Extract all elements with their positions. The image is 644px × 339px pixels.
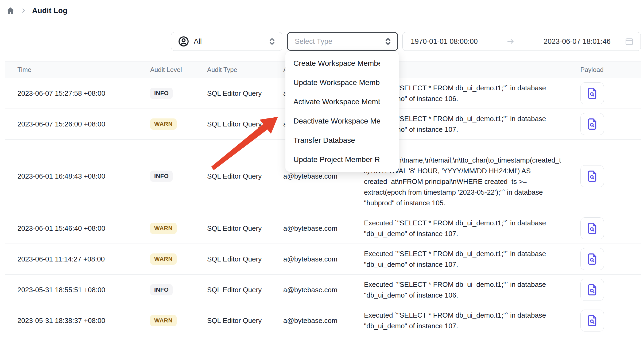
type-filter-placeholder: Select Type [295,37,383,46]
cell-time: 2023-06-01 11:14:27 +08:00 [5,255,150,263]
table-row: 2023-06-01 15:46:40 +08:00 WARN SQL Edit… [5,213,641,244]
column-header-audit-level: Audit Level [150,66,207,74]
date-range-start: 1970-01-01 08:00:00 [411,37,478,46]
view-payload-button[interactable] [580,113,604,135]
view-payload-button[interactable] [580,217,604,239]
menu-item-create-workspace-member[interactable]: Create Workspace Member [285,54,399,73]
cell-comment: Executed `"SELECT * FROM db_ui_demo.t1;"… [364,310,562,331]
menu-item-deactivate-workspace-member[interactable]: Deactivate Workspace Member [285,111,399,131]
cell-actor: a@bytebase.com [283,255,364,263]
menu-item-update-project-member[interactable]: Update Project Member Role [285,150,399,169]
status-badge: INFO [150,284,173,295]
cell-time: 2023-06-01 15:46:40 +08:00 [5,224,150,233]
cell-audit-type: SQL Editor Query [207,255,283,263]
file-search-icon [586,222,598,234]
view-payload-button[interactable] [580,279,604,301]
cell-actor: a@bytebase.com [283,286,364,294]
file-search-icon [586,284,598,296]
cell-comment: Executed `"SELECT * FROM db_ui_demo.t1;"… [364,248,562,270]
cell-audit-type: SQL Editor Query [207,120,283,128]
type-filter-select[interactable]: Select Type [287,32,398,51]
cell-audit-type: SQL Editor Query [207,317,283,325]
status-badge: WARN [150,223,177,234]
cell-time: 2023-06-01 16:48:43 +08:00 [5,172,150,180]
file-search-icon [586,87,598,99]
table-row: 2023-06-01 11:14:27 +08:00 WARN SQL Edit… [5,244,641,275]
cell-actor: a@bytebase.com [283,317,364,325]
column-header-audit-type: Audit Type [207,66,283,74]
table-row: 2023-05-31 18:38:37 +08:00 WARN SQL Edit… [5,305,641,336]
view-payload-button[interactable] [580,82,604,104]
status-badge: INFO [150,171,173,182]
cell-audit-type: SQL Editor Query [207,286,283,294]
chevron-right-icon [20,7,27,14]
cell-actor: a@bytebase.com [283,172,364,180]
menu-item-activate-workspace-member[interactable]: Activate Workspace Member [285,92,399,111]
cell-time: 2023-06-07 15:26:00 +08:00 [5,120,150,128]
chevrons-up-down-icon [383,37,393,46]
menu-item-transfer-database[interactable]: Transfer Database [285,131,399,150]
cell-audit-type: SQL Editor Query [207,89,283,98]
file-search-icon [586,118,598,130]
actor-filter-select[interactable]: All [171,32,282,51]
menu-item-update-workspace-member[interactable]: Update Workspace Member [285,73,399,92]
cell-audit-type: SQL Editor Query [207,224,283,233]
cell-time: 2023-06-07 15:27:58 +08:00 [5,89,150,98]
status-badge: WARN [150,253,177,265]
cell-time: 2023-05-31 18:38:37 +08:00 [5,317,150,325]
cell-time: 2023-05-31 18:55:51 +08:00 [5,286,150,294]
cell-comment: Executed `"SELECT * FROM db_ui_demo.t1;"… [364,279,562,301]
status-badge: INFO [150,88,173,99]
status-badge: WARN [150,118,177,130]
view-payload-button[interactable] [580,248,604,270]
file-search-icon [586,170,598,182]
cell-audit-type: SQL Editor Query [207,172,283,180]
view-payload-button[interactable] [580,165,604,187]
home-icon[interactable] [6,6,15,15]
arrow-right-icon [506,37,515,46]
page-title: Audit Log [32,6,67,15]
file-search-icon [586,253,598,265]
file-search-icon [586,314,598,327]
cell-actor: a@bytebase.com [283,224,364,233]
date-range-end: 2023-06-07 18:01:46 [544,37,611,46]
table-row: 2023-05-31 18:55:51 +08:00 INFO SQL Edit… [5,275,641,305]
chevrons-up-down-icon [267,37,277,46]
breadcrumb: Audit Log [6,6,67,15]
view-payload-button[interactable] [580,310,604,332]
column-header-time: Time [5,66,150,74]
calendar-icon [624,37,634,46]
cell-comment: Executed `"SELECT * FROM db_ui_demo.t1;"… [364,218,562,239]
column-header-payload: Payload [562,66,641,74]
actor-filter-value: All [194,37,263,46]
status-badge: WARN [150,315,177,326]
type-select-menu: Create Workspace Member Update Workspace… [285,51,399,172]
user-circle-icon [178,36,189,47]
date-range-picker[interactable]: 1970-01-01 08:00:00 2023-06-07 18:01:46 [402,32,641,51]
